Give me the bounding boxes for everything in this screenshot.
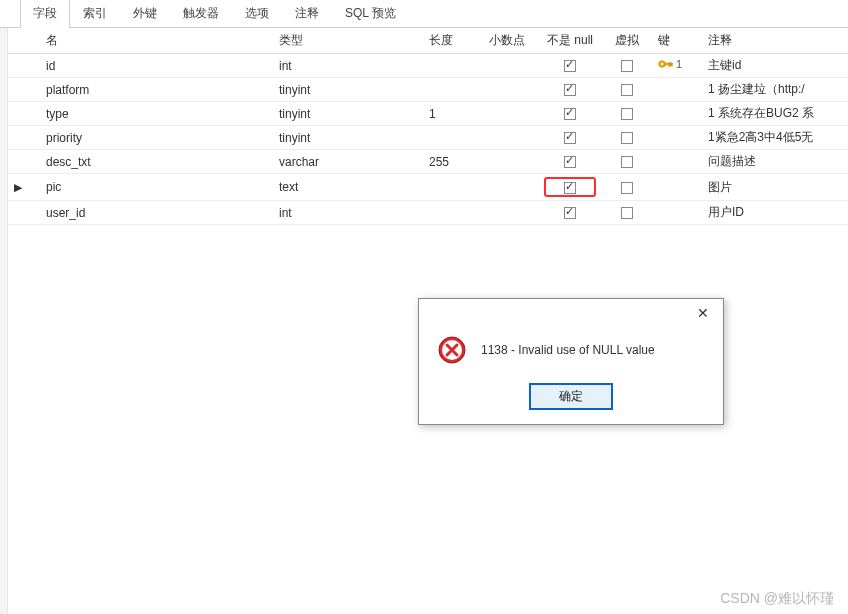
cell-not-null[interactable] [538,78,602,102]
cell-key[interactable] [652,150,702,174]
checkbox-not-null[interactable] [564,84,576,96]
cell-comment[interactable]: 问题描述 [702,150,848,174]
cell-name[interactable]: pic [28,174,273,201]
cell-name[interactable]: user_id [28,201,273,225]
cell-type[interactable]: int [273,54,423,78]
cell-key[interactable] [652,201,702,225]
tab-comments[interactable]: 注释 [282,0,332,27]
tab-foreign-keys[interactable]: 外键 [120,0,170,27]
checkbox-not-null[interactable] [564,156,576,168]
svg-rect-3 [669,63,670,67]
checkbox-virtual[interactable] [621,108,633,120]
cell-key[interactable] [652,102,702,126]
cell-virtual[interactable] [602,150,652,174]
cell-length[interactable] [423,54,483,78]
checkbox-virtual[interactable] [621,84,633,96]
checkbox-virtual[interactable] [621,132,633,144]
checkbox-not-null[interactable] [564,207,576,219]
cell-length[interactable] [423,201,483,225]
cell-decimal[interactable] [483,150,538,174]
cell-length[interactable] [423,126,483,150]
header-comment[interactable]: 注释 [702,28,848,54]
cell-not-null[interactable] [538,102,602,126]
checkbox-virtual[interactable] [621,182,633,194]
tab-sql-preview[interactable]: SQL 预览 [332,0,409,27]
cell-type[interactable]: varchar [273,150,423,174]
cell-virtual[interactable] [602,102,652,126]
checkbox-virtual[interactable] [621,60,633,72]
cell-type[interactable]: tinyint [273,126,423,150]
cell-type[interactable]: tinyint [273,102,423,126]
checkbox-virtual[interactable] [621,207,633,219]
table-row[interactable]: platformtinyint1 扬尘建垃（http:/ [8,78,848,102]
highlight-box [544,177,596,197]
cell-comment[interactable]: 1 系统存在BUG2 系 [702,102,848,126]
table-row[interactable]: desc_txtvarchar255问题描述 [8,150,848,174]
header-length[interactable]: 长度 [423,28,483,54]
tab-triggers[interactable]: 触发器 [170,0,232,27]
table-row[interactable]: user_idint用户ID [8,201,848,225]
cell-decimal[interactable] [483,174,538,201]
cell-length[interactable] [423,78,483,102]
cell-decimal[interactable] [483,201,538,225]
checkbox-not-null[interactable] [564,60,576,72]
cell-comment[interactable]: 1紧急2高3中4低5无 [702,126,848,150]
cell-not-null[interactable] [538,201,602,225]
cell-comment[interactable]: 用户ID [702,201,848,225]
cell-type[interactable]: text [273,174,423,201]
header-virtual[interactable]: 虚拟 [602,28,652,54]
header-key[interactable]: 键 [652,28,702,54]
cell-virtual[interactable] [602,126,652,150]
cell-virtual[interactable] [602,201,652,225]
header-decimal[interactable]: 小数点 [483,28,538,54]
cell-comment[interactable]: 主键id [702,54,848,78]
tab-options[interactable]: 选项 [232,0,282,27]
cell-length[interactable]: 1 [423,102,483,126]
cell-name[interactable]: platform [28,78,273,102]
checkbox-not-null[interactable] [564,182,576,194]
cell-decimal[interactable] [483,54,538,78]
ok-button[interactable]: 确定 [529,383,613,410]
cell-not-null[interactable] [538,54,602,78]
cell-type[interactable]: tinyint [273,78,423,102]
fields-table: 名 类型 长度 小数点 不是 null 虚拟 键 注释 idint1主键idpl… [8,28,848,225]
cell-type[interactable]: int [273,201,423,225]
cell-not-null[interactable] [538,174,602,201]
cell-virtual[interactable] [602,174,652,201]
checkbox-not-null[interactable] [564,132,576,144]
cell-comment[interactable]: 图片 [702,174,848,201]
cell-not-null[interactable] [538,126,602,150]
watermark: CSDN @难以怀瑾 [720,590,834,608]
cell-key[interactable] [652,126,702,150]
cell-decimal[interactable] [483,78,538,102]
cell-not-null[interactable] [538,150,602,174]
tab-fields[interactable]: 字段 [20,0,70,28]
cell-length[interactable]: 255 [423,150,483,174]
cell-key[interactable] [652,174,702,201]
header-type[interactable]: 类型 [273,28,423,54]
header-not-null[interactable]: 不是 null [538,28,602,54]
cell-name[interactable]: priority [28,126,273,150]
tab-indexes[interactable]: 索引 [70,0,120,27]
header-name[interactable]: 名 [28,28,273,54]
checkbox-not-null[interactable] [564,108,576,120]
cell-name[interactable]: type [28,102,273,126]
row-marker [8,150,28,174]
table-row[interactable]: ▶pictext图片 [8,174,848,201]
table-row[interactable]: idint1主键id [8,54,848,78]
cell-virtual[interactable] [602,54,652,78]
cell-name[interactable]: desc_txt [28,150,273,174]
cell-virtual[interactable] [602,78,652,102]
cell-key[interactable] [652,78,702,102]
cell-length[interactable] [423,174,483,201]
cell-name[interactable]: id [28,54,273,78]
cell-key[interactable]: 1 [652,54,702,78]
cell-decimal[interactable] [483,102,538,126]
table-row[interactable]: typetinyint11 系统存在BUG2 系 [8,102,848,126]
checkbox-virtual[interactable] [621,156,633,168]
table-row[interactable]: prioritytinyint1紧急2高3中4低5无 [8,126,848,150]
row-marker [8,102,28,126]
cell-decimal[interactable] [483,126,538,150]
close-button[interactable]: ✕ [683,299,723,327]
cell-comment[interactable]: 1 扬尘建垃（http:/ [702,78,848,102]
